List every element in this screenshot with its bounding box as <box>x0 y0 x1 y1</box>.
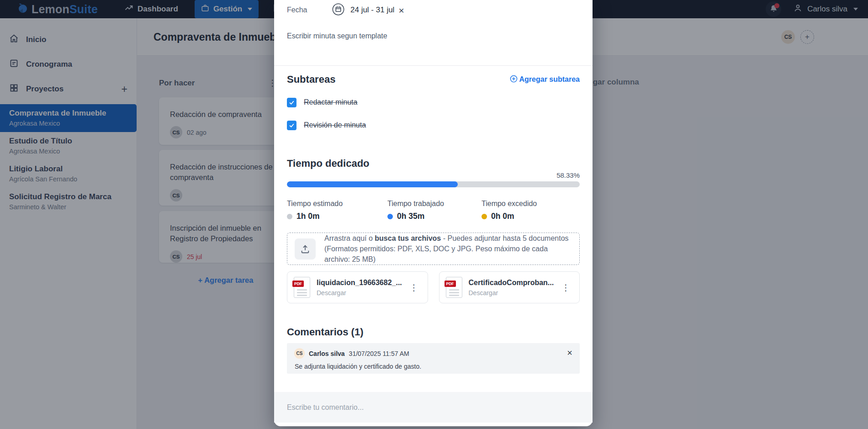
comment-input[interactable] <box>287 403 580 412</box>
clear-date-icon[interactable]: × <box>398 5 404 15</box>
yellow-dot-icon <box>482 214 487 219</box>
date-field-label: Fecha <box>287 6 332 14</box>
subtask-label: Revisión de minuta <box>304 121 366 129</box>
comment-text: Se adjunta liquidación y certificado de … <box>295 363 572 370</box>
subtask-row: Revisión de minuta <box>287 118 366 132</box>
gray-dot-icon <box>287 214 292 219</box>
app-root: LemonSuite Dashboard Gestión Reportes <box>0 0 868 429</box>
attachment-card[interactable]: PDF liquidacion_19663682_... Descargar ⋮ <box>287 271 428 303</box>
subtask-checkbox-checked[interactable] <box>287 98 296 107</box>
time-progress-bar <box>287 181 580 187</box>
avatar: CS <box>294 348 305 359</box>
attachment-card[interactable]: PDF CertificadoComproban... Descargar ⋮ <box>439 271 580 303</box>
date-row: Fecha 24 jul - 31 jul × <box>287 2 580 18</box>
browse-files-link[interactable]: busca tus archivos <box>375 234 441 242</box>
subtasks-heading: Subtareas <box>287 74 335 85</box>
task-detail-modal: Fecha 24 jul - 31 jul × Escribir minuta … <box>274 0 593 426</box>
download-link[interactable]: Descargar <box>469 289 554 297</box>
date-range-picker[interactable]: 24 jul - 31 jul <box>332 3 394 17</box>
calendar-icon <box>332 3 344 17</box>
divider <box>274 65 593 66</box>
comment-item: CS Carlos silva 31/07/2025 11:57 AM × Se… <box>287 343 580 374</box>
subtasks-header: Subtareas Agregar subtarea <box>287 71 580 88</box>
file-menu-icon[interactable]: ⋮ <box>407 282 421 293</box>
upload-icon <box>295 238 316 260</box>
plus-circle-icon <box>510 75 518 85</box>
delete-comment-icon[interactable]: × <box>567 348 572 357</box>
time-stats: Tiempo estimado 1h 0m Tiempo trabajado 0… <box>287 200 580 223</box>
pdf-file-icon: PDF <box>446 277 462 298</box>
subtask-checkbox-checked[interactable] <box>287 121 296 130</box>
download-link[interactable]: Descargar <box>317 289 402 297</box>
time-section-heading: Tiempo dedicado <box>287 158 370 169</box>
file-name: liquidacion_19663682_... <box>317 279 402 287</box>
subtask-label: Redactar minuta <box>304 98 357 106</box>
dropzone-text: Arrastra aquí o busca tus archivos - Pue… <box>324 233 572 265</box>
stat-estimated: Tiempo estimado 1h 0m <box>287 200 343 221</box>
pdf-file-icon: PDF <box>294 277 310 298</box>
stat-worked: Tiempo trabajado 0h 35m <box>387 200 444 221</box>
time-percent: 58.33% <box>556 171 580 179</box>
comment-timestamp: 31/07/2025 11:57 AM <box>349 350 409 357</box>
file-menu-icon[interactable]: ⋮ <box>559 282 573 293</box>
date-range-value: 24 jul - 31 jul <box>350 5 394 15</box>
file-name: CertificadoComproban... <box>469 279 554 287</box>
time-progress-fill <box>287 181 458 187</box>
comment-input-bar <box>274 392 593 423</box>
blue-dot-icon <box>387 214 393 219</box>
comment-author: Carlos silva <box>309 350 345 357</box>
add-subtask-button[interactable]: Agregar subtarea <box>510 75 580 85</box>
task-description[interactable]: Escribir minuta segun template <box>287 32 580 40</box>
file-dropzone[interactable]: Arrastra aquí o busca tus archivos - Pue… <box>287 233 580 265</box>
comments-heading: Comentarios (1) <box>287 326 363 338</box>
subtask-row: Redactar minuta <box>287 95 357 109</box>
attachment-list: PDF liquidacion_19663682_... Descargar ⋮… <box>287 271 580 303</box>
stat-exceeded: Tiempo excedido 0h 0m <box>482 200 537 221</box>
